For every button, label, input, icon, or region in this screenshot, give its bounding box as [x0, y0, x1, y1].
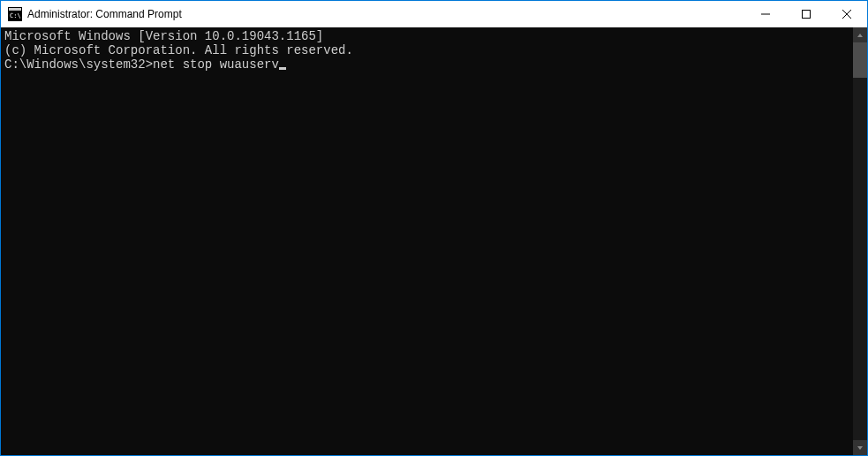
window-title: Administrator: Command Prompt — [27, 8, 745, 20]
scroll-down-button[interactable] — [853, 440, 867, 455]
svg-text:C:\: C:\ — [10, 12, 21, 19]
text-cursor — [279, 67, 286, 70]
svg-rect-4 — [803, 11, 811, 19]
window-controls — [745, 1, 867, 27]
prompt-line: C:\Windows\system32>net stop wuauserv — [4, 57, 849, 72]
svg-marker-8 — [857, 446, 863, 450]
version-line: Microsoft Windows [Version 10.0.19043.11… — [4, 29, 849, 43]
scroll-track[interactable] — [853, 42, 867, 440]
svg-rect-1 — [9, 8, 21, 11]
close-button[interactable] — [826, 1, 867, 27]
titlebar[interactable]: C:\ Administrator: Command Prompt — [1, 1, 867, 27]
maximize-button[interactable] — [786, 1, 826, 27]
terminal-output[interactable]: Microsoft Windows [Version 10.0.19043.11… — [1, 27, 853, 455]
command-prompt-window: C:\ Administrator: Command Prompt Micros… — [0, 0, 868, 456]
prompt-path: C:\Windows\system32> — [4, 57, 153, 72]
scroll-up-button[interactable] — [853, 27, 867, 42]
copyright-line: (c) Microsoft Corporation. All rights re… — [4, 43, 849, 57]
typed-command: net stop wuauserv — [153, 57, 279, 72]
vertical-scrollbar[interactable] — [853, 27, 867, 455]
svg-marker-7 — [857, 34, 863, 37]
scroll-thumb[interactable] — [853, 42, 867, 78]
minimize-button[interactable] — [745, 1, 786, 27]
cmd-icon: C:\ — [8, 7, 22, 21]
terminal-area: Microsoft Windows [Version 10.0.19043.11… — [1, 27, 867, 455]
